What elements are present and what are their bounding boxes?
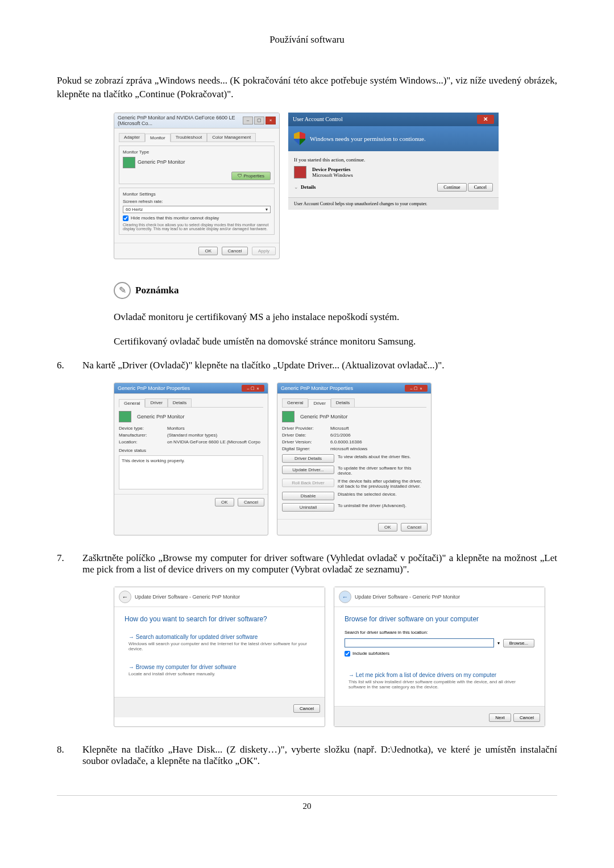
tab-color-management[interactable]: Color Management: [207, 133, 256, 142]
note-icon: ✎: [114, 282, 131, 299]
cancel-button[interactable]: Cancel: [468, 183, 493, 192]
footer-divider: [57, 795, 557, 796]
cancel-button[interactable]: Cancel: [401, 523, 428, 531]
hide-modes-label: Hide modes that this monitor cannot disp…: [131, 215, 219, 221]
step-8: 8. Klepněte na tlačítko „Have Disk... (Z…: [57, 744, 557, 767]
maximize-icon[interactable]: ▢: [254, 117, 264, 124]
step-text: Klepněte na tlačítko „Have Disk... (Z di…: [82, 744, 557, 767]
dialog-title: Generic PnP Monitor and NVIDIA GeForce 6…: [118, 115, 243, 126]
cancel-button[interactable]: Cancel: [222, 247, 248, 255]
screenshot-row-3: ← Update Driver Software - Generic PnP M…: [114, 587, 557, 727]
step-number: 8.: [57, 744, 71, 767]
tab-driver[interactable]: Driver: [308, 399, 330, 408]
minimize-icon[interactable]: –: [243, 117, 253, 124]
tab-adapter[interactable]: Adapter: [119, 133, 145, 142]
monitor-icon: [282, 411, 294, 422]
hide-modes-checkbox[interactable]: [123, 215, 128, 221]
signer-label: Digital Signer:: [282, 446, 330, 451]
version-value: 6.0.6000.16386: [330, 439, 362, 445]
step-7: 7. Zaškrtněte políčko „Browse my compute…: [57, 553, 557, 575]
disable-desc: Disables the selected device.: [338, 492, 397, 497]
signer-value: microsoft windows: [330, 446, 367, 451]
option-search-auto[interactable]: → Search automatically for updated drive…: [125, 630, 314, 655]
option-desc: Windows will search your computer and th…: [128, 641, 310, 651]
screenshot-row-1: Generic PnP Monitor and NVIDIA GeForce 6…: [114, 113, 557, 259]
details-toggle[interactable]: Details: [301, 184, 316, 190]
location-input[interactable]: [345, 638, 494, 647]
device-status-text: This device is working properly.: [119, 455, 263, 489]
option-desc: This list will show installed driver sof…: [349, 679, 530, 690]
uac-instruction: If you started this action, continue.: [294, 157, 493, 163]
tab-details[interactable]: Details: [168, 398, 192, 407]
tab-details[interactable]: Details: [331, 398, 355, 407]
ok-button[interactable]: OK: [378, 523, 397, 531]
tab-driver[interactable]: Driver: [145, 398, 167, 407]
uac-title: User Account Control: [293, 116, 343, 122]
driver-details-button[interactable]: Driver Details: [282, 454, 334, 463]
ok-button[interactable]: OK: [198, 247, 218, 255]
wizard-heading: Browse for driver software on your compu…: [345, 615, 534, 623]
dialog-title: Generic PnP Monitor Properties: [281, 385, 353, 391]
include-subfolders-checkbox[interactable]: [345, 651, 350, 657]
window-controls[interactable]: –▢×: [405, 385, 428, 392]
date-label: Driver Date:: [282, 433, 330, 438]
update-driver-button[interactable]: Update Driver...: [282, 466, 334, 474]
version-label: Driver Version:: [282, 439, 330, 445]
update-driver-desc: To update the driver software for this d…: [338, 466, 426, 476]
refresh-rate-select[interactable]: 60 Hertz▾: [123, 206, 271, 213]
properties-button[interactable]: 🛡 Properties: [231, 172, 271, 180]
monitor-type-value: Generic PnP Monitor: [138, 159, 185, 165]
step-6: 6. Na kartě „Driver (Ovladač)" klepněte …: [57, 360, 557, 371]
devtype-value: Monitors: [167, 426, 185, 431]
close-icon[interactable]: ✕: [477, 115, 494, 124]
tab-general[interactable]: General: [119, 399, 145, 408]
devtype-label: Device type:: [119, 426, 167, 431]
mfg-value: (Standard monitor types): [167, 433, 217, 438]
window-controls[interactable]: –▢×: [242, 385, 264, 392]
uac-footer-text: User Account Control helps stop unauthor…: [288, 197, 499, 210]
chevron-down-icon: ▾: [265, 207, 268, 212]
wizard-heading: How do you want to search for driver sof…: [125, 615, 314, 623]
mfg-label: Manufacturer:: [119, 433, 167, 438]
uac-app-name: Device Properties: [312, 167, 353, 172]
option-desc: Locate and install driver software manua…: [128, 671, 310, 676]
cancel-button[interactable]: Cancel: [513, 713, 540, 722]
cancel-button[interactable]: Cancel: [238, 498, 264, 506]
roll-back-button[interactable]: Roll Back Driver: [282, 479, 334, 487]
dialog-title: Generic PnP Monitor Properties: [118, 385, 190, 391]
ok-button[interactable]: OK: [215, 498, 234, 506]
apply-button[interactable]: Apply: [252, 247, 276, 255]
step-number: 6.: [57, 360, 71, 371]
uninstall-button[interactable]: Uninstall: [282, 503, 334, 512]
roll-back-desc: If the device fails after updating the d…: [338, 479, 426, 489]
monitor-type-label: Monitor Type: [123, 149, 271, 155]
update-driver-wizard-1: ← Update Driver Software - Generic PnP M…: [114, 587, 325, 727]
uninstall-desc: To uninstall the driver (Advanced).: [338, 503, 406, 508]
shield-icon: [294, 132, 305, 146]
tab-monitor[interactable]: Monitor: [145, 134, 171, 142]
cancel-button[interactable]: Cancel: [293, 704, 320, 713]
back-arrow-icon[interactable]: ←: [339, 591, 351, 603]
breadcrumb: Update Driver Software - Generic PnP Mon…: [135, 594, 240, 600]
option-browse[interactable]: → Browse my computer for driver software…: [125, 660, 314, 680]
date-value: 6/21/2006: [330, 433, 351, 438]
intro-paragraph: Pokud se zobrazí zpráva „Windows needs..…: [57, 74, 557, 101]
monitor-settings-label: Monitor Settings: [123, 192, 271, 197]
option-pick-from-list[interactable]: → Let me pick from a list of device driv…: [345, 668, 534, 693]
step-text: Zaškrtněte políčko „Browse my computer f…: [82, 553, 557, 575]
device-name: Generic PnP Monitor: [300, 414, 347, 420]
next-button[interactable]: Next: [489, 713, 511, 722]
disable-button[interactable]: Disable: [282, 492, 334, 500]
step-number: 7.: [57, 553, 71, 575]
tab-general[interactable]: General: [282, 398, 308, 407]
tab-troubleshoot[interactable]: Troubleshoot: [171, 133, 207, 142]
chevron-down-icon[interactable]: ⌄: [294, 184, 298, 190]
back-arrow-icon[interactable]: ←: [119, 591, 131, 603]
page-header: Používání softwaru: [57, 34, 557, 45]
breadcrumb: Update Driver Software - Generic PnP Mon…: [355, 594, 460, 600]
browse-button[interactable]: Browse...: [503, 639, 534, 647]
continue-button[interactable]: Continue: [437, 183, 466, 192]
close-icon[interactable]: ×: [265, 117, 276, 124]
device-properties-general: Generic PnP Monitor Properties–▢× Genera…: [114, 383, 268, 535]
hide-modes-desc: Clearing this check box allows you to se…: [123, 223, 271, 231]
